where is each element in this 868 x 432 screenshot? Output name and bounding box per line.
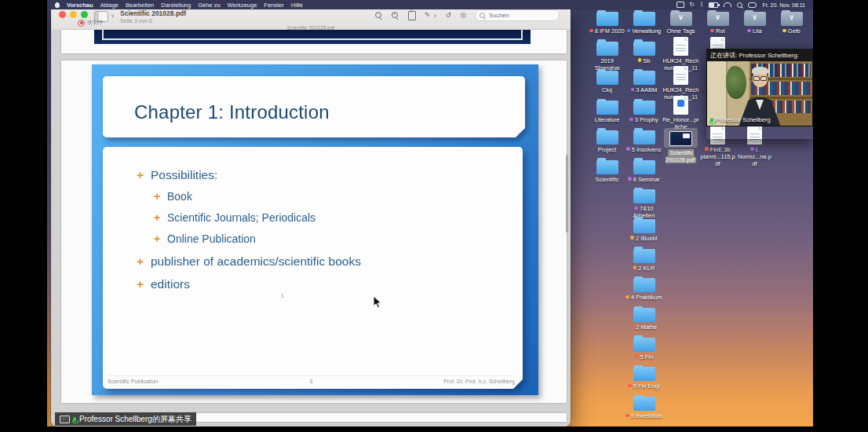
menu-item[interactable]: Hilfe (291, 2, 303, 9)
file-icon (673, 96, 688, 115)
menu-bar-clock[interactable]: Fr. 20. Nov. 08:11 (762, 2, 805, 8)
desktop-icon[interactable]: Re_Honor...präche (662, 98, 699, 130)
desktop-icon[interactable]: 5 Investition (625, 394, 662, 419)
minimize-window-button[interactable] (70, 11, 77, 18)
slide-page-number: 3 (108, 379, 515, 384)
menu-item[interactable]: Gehe zu (198, 2, 220, 9)
plus-bullet-icon: + (137, 273, 144, 295)
file-icon (596, 12, 618, 26)
participant-video: Professor Schellberg (706, 61, 813, 126)
desktop-icon[interactable]: Sb (625, 39, 662, 64)
desktop-icon[interactable]: 4 Praktikum (625, 276, 662, 301)
chevron-down-icon: ∨ (111, 13, 115, 19)
slide-bullet: + Possibilities: (103, 163, 518, 186)
desktop-icon[interactable]: Lila (736, 9, 773, 35)
desktop-icon[interactable]: 5 Fin Engl (625, 364, 662, 390)
desktop-icon[interactable]: Ohne Tags (662, 9, 699, 35)
zoom-window-button[interactable] (81, 11, 88, 18)
markup-pen-icon[interactable]: ✎ (425, 12, 431, 19)
stray-mark: 1 (281, 293, 284, 298)
tag-dot (629, 118, 633, 122)
desktop-icon[interactable]: Verwaltung (625, 9, 662, 35)
screen: VorschauAblageBearbeitenDarstellungGehe … (0, 0, 868, 432)
menu-item[interactable]: Bearbeiten (126, 2, 154, 9)
file-icon (633, 71, 655, 85)
tag-dot (628, 177, 632, 181)
desktop-icon[interactable]: Project (589, 128, 625, 153)
desktop-icon[interactable]: Cluj (589, 68, 625, 93)
desktop-icon[interactable]: Rot (699, 9, 736, 35)
tag-dot (627, 29, 631, 33)
desktop-icon[interactable]: Scientific 201028.pdf (662, 128, 699, 163)
highlight-icon[interactable]: ◎ (460, 12, 466, 19)
file-icon (596, 42, 618, 56)
sync-icon[interactable]: ↻ (690, 2, 695, 8)
search-icon (480, 13, 485, 18)
slide-bullet: + Scientific Journals; Periodicals (103, 207, 518, 229)
desktop-icon[interactable]: 3 AABM (625, 68, 662, 93)
rotate-icon[interactable]: ↺ (446, 12, 452, 19)
file-icon (633, 308, 655, 322)
share-icon[interactable]: ↑ (408, 11, 416, 20)
menu-item[interactable]: Ablage (100, 2, 119, 9)
file-icon (633, 160, 655, 174)
previous-slide-bottom (94, 30, 531, 44)
wifi-icon[interactable] (724, 2, 731, 7)
file-icon (673, 66, 688, 85)
desktop-icon[interactable]: 2 KLR (625, 247, 662, 272)
close-window-button[interactable] (59, 11, 66, 18)
desktop-icon[interactable]: 5 Fin (625, 335, 662, 361)
desktop-icon[interactable]: 2 Mathe (625, 306, 662, 331)
file-icon (707, 12, 729, 26)
file-icon (633, 367, 655, 381)
slide-footer: 3 Scientific Publication Prof. Dr. Prof.… (108, 375, 515, 384)
active-speaker-header[interactable]: 正在讲话: Professor Schellberg: (706, 49, 813, 61)
desktop-icon[interactable]: Literature (589, 98, 625, 123)
desktop-icon[interactable]: 2 IBusM (625, 217, 662, 242)
search-field[interactable] (475, 9, 560, 21)
tag-dot (625, 414, 629, 418)
search-input[interactable] (487, 11, 545, 20)
tag-dot (631, 88, 635, 92)
menu-item[interactable]: Vorschau (67, 2, 93, 9)
slide-bullets: + Possibilities: + Book + Scientific Jou… (103, 163, 518, 295)
tag-dot (705, 147, 709, 151)
apple-menu-icon[interactable] (55, 2, 60, 8)
participant-video-window[interactable]: 正在讲话: Professor Schellberg: Professor (706, 49, 813, 139)
desktop-icon[interactable]: 8 IFM 2020 (589, 9, 625, 35)
desktop-icon[interactable]: Scientific (589, 158, 625, 183)
spotlight-icon[interactable] (737, 2, 742, 8)
plus-bullet-icon: + (154, 186, 160, 207)
desktop-icon[interactable]: 3 Prophy (625, 98, 662, 123)
recording-indicator: 录制中 (78, 19, 104, 27)
desktop-icon[interactable]: 5 Insolvenz (625, 128, 662, 153)
display-status-icon[interactable] (677, 2, 684, 8)
pdf-content-area: Chapter 1: Introduction + Possibilities: (51, 30, 571, 427)
zoom-in-button[interactable]: + (392, 12, 399, 20)
battery-icon[interactable] (709, 2, 718, 8)
menu-item[interactable]: Werkzeuge (228, 2, 257, 9)
file-icon (633, 12, 655, 26)
zoom-out-button[interactable]: − (375, 12, 383, 20)
desktop-icon[interactable]: 6 Seminar (625, 158, 662, 183)
control-center-icon[interactable] (748, 2, 757, 8)
markup-chevron-icon[interactable]: ∨ (433, 13, 436, 18)
desktop-icon[interactable]: 2019 Shanghai (589, 39, 625, 71)
slide-bullet: + publisher of academics/scientific book… (103, 250, 518, 273)
file-icon (633, 189, 655, 203)
previous-page-edge (61, 30, 567, 53)
desktop-icon[interactable]: 7&10 Arbeiten (625, 187, 662, 219)
slide-bullet: + editiors (103, 273, 518, 295)
desktop-icon[interactable]: Gelb (773, 9, 810, 35)
pdf-page: Chapter 1: Introduction + Possibilities: (61, 60, 567, 403)
bluetooth-icon[interactable]: ᛒ (700, 2, 704, 8)
vertical-scrollbar[interactable] (566, 155, 568, 232)
menu-item[interactable]: Fenster (264, 2, 283, 9)
preview-window: ∨ Scientific 201028.pdf Seite 3 von 6 录制… (51, 5, 571, 427)
tag-dot (710, 29, 714, 33)
tag-dot (747, 29, 751, 33)
menu-item[interactable]: Darstellung (161, 2, 191, 9)
file-icon (669, 131, 692, 146)
tag-dot (628, 384, 632, 388)
plus-bullet-icon: + (137, 163, 144, 186)
